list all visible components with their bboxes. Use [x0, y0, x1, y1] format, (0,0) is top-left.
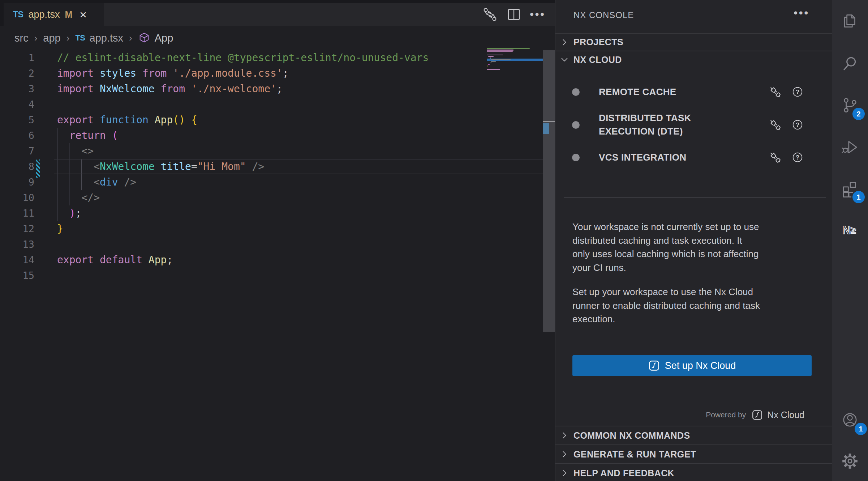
line-number[interactable]: 7 — [0, 145, 34, 157]
chevron-right-icon — [560, 38, 569, 47]
connect-button[interactable] — [768, 85, 782, 99]
code-line-7[interactable]: 7 <> — [0, 143, 543, 159]
code-line-13[interactable]: 13 — [0, 237, 543, 252]
code-text: export function App() { — [57, 114, 197, 126]
line-number[interactable]: 13 — [0, 239, 34, 250]
help-button[interactable]: ? — [790, 118, 804, 132]
svg-text:≥: ≥ — [851, 225, 856, 236]
code-line-3[interactable]: 3import NxWelcome from './nx-welcome'; — [0, 81, 543, 97]
activity-item-settings[interactable] — [841, 452, 859, 470]
code-text: export default App; — [57, 254, 173, 266]
help-icon: ? — [791, 118, 804, 132]
tab-filename: app.tsx — [28, 9, 60, 20]
line-number[interactable]: 6 — [0, 130, 34, 141]
scrollbar-slider-edge — [543, 121, 555, 122]
breadcrumb-item-src[interactable]: src — [14, 32, 29, 44]
svg-text:?: ? — [795, 122, 799, 128]
section-nx-cloud[interactable]: NX CLOUD — [555, 51, 832, 69]
code-line-10[interactable]: 10 </> — [0, 190, 543, 205]
line-number[interactable]: 14 — [0, 254, 34, 265]
code-line-6[interactable]: 6 return ( — [0, 128, 543, 143]
more-actions-icon: ••• — [530, 11, 546, 18]
line-number[interactable]: 4 — [0, 99, 34, 110]
breadcrumb-item-app[interactable]: app — [43, 32, 60, 44]
chevron-right-icon — [560, 468, 569, 478]
editor-scrollbar[interactable] — [543, 50, 555, 332]
activity-item-explorer[interactable] — [841, 12, 859, 30]
minimap-code-line — [488, 56, 494, 57]
status-bullet — [572, 154, 580, 161]
divider — [564, 197, 826, 198]
run-and-debug-icon — [841, 138, 859, 156]
line-number[interactable]: 12 — [0, 223, 34, 234]
section-common-nx-commands[interactable]: COMMON NX COMMANDS — [555, 426, 832, 445]
help-button[interactable]: ? — [790, 150, 804, 165]
line-number[interactable]: 10 — [0, 192, 34, 203]
code-line-8[interactable]: 8 <NxWelcome title="Hi Mom" /> — [0, 159, 543, 174]
open-changes-button[interactable] — [482, 7, 498, 22]
status-bullet — [572, 121, 580, 129]
activity-item-run-and-debug[interactable] — [841, 138, 859, 156]
split-editor-button[interactable] — [506, 7, 522, 22]
plug-icon — [768, 85, 782, 99]
line-number[interactable]: 9 — [0, 176, 34, 188]
breadcrumb-label: src — [14, 32, 29, 44]
section-label: COMMON NX COMMANDS — [573, 430, 690, 441]
code-text: <div /> — [57, 176, 136, 188]
activity-item-search[interactable] — [841, 55, 859, 73]
section-label: PROJECTS — [573, 37, 623, 47]
description-paragraph: Your workspace is not currently set up t… — [572, 220, 759, 274]
setup-nx-cloud-button[interactable]: Set up Nx Cloud — [572, 355, 812, 376]
badge: 1 — [854, 422, 868, 436]
setup-button-label: Set up Nx Cloud — [665, 360, 736, 371]
connect-button[interactable] — [768, 118, 782, 132]
typescript-file-icon: TS — [13, 10, 23, 20]
breadcrumb-separator: › — [34, 33, 38, 44]
breadcrumb-item-app[interactable]: App — [138, 32, 173, 44]
code-line-12[interactable]: 12} — [0, 221, 543, 237]
breadcrumb-separator: › — [129, 33, 132, 44]
code-editor[interactable]: 1// eslint-disable-next-line @typescript… — [0, 50, 555, 481]
line-number[interactable]: 15 — [0, 270, 34, 281]
plug-icon — [768, 118, 782, 132]
minimap-code-line — [487, 69, 500, 69]
code-text: </> — [57, 192, 100, 204]
code-line-11[interactable]: 11 ); — [0, 205, 543, 221]
line-number[interactable]: 5 — [0, 114, 34, 125]
line-number[interactable]: 3 — [0, 83, 34, 94]
breadcrumb-item-app-tsx[interactable]: TSapp.tsx — [75, 32, 123, 44]
feature-label: REMOTE CACHE — [599, 85, 676, 99]
connect-button[interactable] — [768, 150, 782, 165]
minimap-code-line — [487, 51, 513, 52]
powered-by-nx-cloud-link[interactable]: Powered by Nx Cloud — [706, 407, 804, 422]
close-icon[interactable]: × — [80, 9, 87, 20]
line-number[interactable]: 2 — [0, 68, 34, 79]
minimap-code-line — [488, 64, 490, 65]
split-editor-icon — [506, 7, 522, 22]
minimap-code-line — [491, 61, 496, 61]
code-line-1[interactable]: 1// eslint-disable-next-line @typescript… — [0, 50, 543, 65]
code-line-5[interactable]: 5export function App() { — [0, 112, 543, 128]
minimap[interactable] — [487, 48, 543, 80]
line-number[interactable]: 11 — [0, 208, 34, 219]
more-actions-button[interactable]: ••• — [530, 7, 546, 22]
line-number[interactable]: 1 — [0, 52, 34, 63]
chevron-right-icon — [560, 450, 569, 459]
code-line-4[interactable]: 4 — [0, 97, 543, 112]
help-button[interactable]: ? — [790, 85, 804, 99]
tab-app-tsx[interactable]: TS app.tsx M × — [4, 3, 104, 26]
code-line-2[interactable]: 2import styles from './app.module.css'; — [0, 65, 543, 81]
nx-cloud-icon — [752, 409, 763, 421]
powered-by-label: Powered by — [706, 410, 746, 419]
code-line-15[interactable]: 15 — [0, 268, 543, 283]
panel-title: NX CONSOLE — [573, 10, 634, 20]
code-line-9[interactable]: 9 <div /> — [0, 174, 543, 190]
section-generate-run-target[interactable]: GENERATE & RUN TARGET — [555, 445, 832, 464]
code-line-14[interactable]: 14export default App; — [0, 252, 543, 268]
section-help-and-feedback[interactable]: HELP AND FEEDBACK — [555, 464, 832, 481]
more-actions-icon[interactable]: ••• — [794, 9, 809, 17]
activity-item-nx-console[interactable]: N≥ — [841, 221, 859, 239]
vscode-window: TS app.tsx M × ••• src›app›TSapp.tsx›App… — [0, 0, 868, 481]
section-projects[interactable]: PROJECTS — [555, 33, 832, 51]
line-number[interactable]: 8 — [0, 161, 34, 172]
